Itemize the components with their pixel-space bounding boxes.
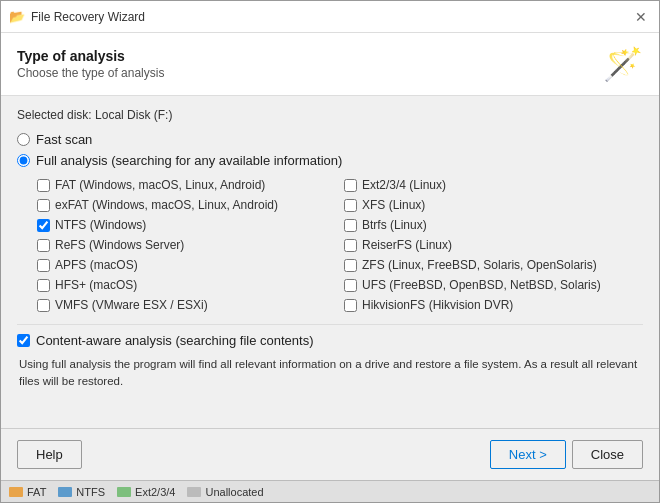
fs-checkbox-reiserfs[interactable] [344,239,357,252]
fs-checkbox-btrfs[interactable] [344,219,357,232]
full-analysis-section: Full analysis (searching for any availab… [17,153,643,314]
info-text: Using full analysis the program will fin… [17,356,643,391]
fs-label-ufs: UFS (FreeBSD, OpenBSD, NetBSD, Solaris) [362,278,601,292]
footer: Help Next > Close [1,428,659,480]
fs-label-xfs: XFS (Linux) [362,198,425,212]
fs-checkbox-vmfs[interactable] [37,299,50,312]
legend-label-unallocated: Unallocated [205,486,263,498]
fs-label-hfsplus: HFS+ (macOS) [55,278,137,292]
full-analysis-label: Full analysis (searching for any availab… [36,153,342,168]
fs-item-vmfs[interactable]: VMFS (VMware ESX / ESXi) [37,296,336,314]
fs-checkbox-zfs[interactable] [344,259,357,272]
fs-item-reiserfs[interactable]: ReiserFS (Linux) [344,236,643,254]
fs-item-exfat[interactable]: exFAT (Windows, macOS, Linux, Android) [37,196,336,214]
header-text: Type of analysis Choose the type of anal… [17,48,164,80]
header-section: Type of analysis Choose the type of anal… [1,33,659,96]
filesystem-grid: FAT (Windows, macOS, Linux, Android)Ext2… [37,176,643,314]
fs-item-ntfs[interactable]: NTFS (Windows) [37,216,336,234]
next-button[interactable]: Next > [490,440,566,469]
window-title: File Recovery Wizard [31,10,631,24]
legend-label-ntfs: NTFS [76,486,105,498]
fs-checkbox-xfs[interactable] [344,199,357,212]
fast-scan-label: Fast scan [36,132,92,147]
fs-item-hikvision[interactable]: HikvisionFS (Hikvision DVR) [344,296,643,314]
fs-label-btrfs: Btrfs (Linux) [362,218,427,232]
legend-label-ext2/3/4: Ext2/3/4 [135,486,175,498]
close-button[interactable]: Close [572,440,643,469]
fs-item-fat[interactable]: FAT (Windows, macOS, Linux, Android) [37,176,336,194]
statusbar-item-unallocated: Unallocated [187,486,263,498]
fs-label-ext234: Ext2/3/4 (Linux) [362,178,446,192]
content-aware-checkbox[interactable] [17,334,30,347]
fs-checkbox-fat[interactable] [37,179,50,192]
divider [17,324,643,325]
content-aware-option[interactable]: Content-aware analysis (searching file c… [17,333,643,348]
fs-checkbox-exfat[interactable] [37,199,50,212]
fs-item-refs[interactable]: ReFS (Windows Server) [37,236,336,254]
close-window-button[interactable]: ✕ [631,7,651,27]
fs-checkbox-apfs[interactable] [37,259,50,272]
legend-color-ext2/3/4 [117,487,131,497]
legend-color-fat [9,487,23,497]
help-button[interactable]: Help [17,440,82,469]
legend-color-unallocated [187,487,201,497]
content-aware-label: Content-aware analysis (searching file c… [36,333,313,348]
fs-label-zfs: ZFS (Linux, FreeBSD, Solaris, OpenSolari… [362,258,597,272]
wizard-icon: 🪄 [603,45,643,83]
fs-item-btrfs[interactable]: Btrfs (Linux) [344,216,643,234]
fs-label-refs: ReFS (Windows Server) [55,238,184,252]
page-title: Type of analysis [17,48,164,64]
legend-color-ntfs [58,487,72,497]
fs-checkbox-ext234[interactable] [344,179,357,192]
window: 📂 File Recovery Wizard ✕ Type of analysi… [0,0,660,503]
full-analysis-radio[interactable] [17,154,30,167]
footer-right: Next > Close [490,440,643,469]
statusbar: FATNTFSExt2/3/4Unallocated [1,480,659,502]
full-analysis-option[interactable]: Full analysis (searching for any availab… [17,153,643,168]
app-icon: 📂 [9,9,25,25]
fs-label-fat: FAT (Windows, macOS, Linux, Android) [55,178,265,192]
fast-scan-radio[interactable] [17,133,30,146]
fs-item-apfs[interactable]: APFS (macOS) [37,256,336,274]
selected-disk-label: Selected disk: Local Disk (F:) [17,108,643,122]
statusbar-item-fat: FAT [9,486,46,498]
fs-item-ufs[interactable]: UFS (FreeBSD, OpenBSD, NetBSD, Solaris) [344,276,643,294]
fs-checkbox-ufs[interactable] [344,279,357,292]
statusbar-item-ntfs: NTFS [58,486,105,498]
fs-item-ext234[interactable]: Ext2/3/4 (Linux) [344,176,643,194]
statusbar-item-ext2/3/4: Ext2/3/4 [117,486,175,498]
fs-checkbox-refs[interactable] [37,239,50,252]
fs-label-exfat: exFAT (Windows, macOS, Linux, Android) [55,198,278,212]
fs-checkbox-hikvision[interactable] [344,299,357,312]
legend-label-fat: FAT [27,486,46,498]
fs-item-zfs[interactable]: ZFS (Linux, FreeBSD, Solaris, OpenSolari… [344,256,643,274]
fs-label-vmfs: VMFS (VMware ESX / ESXi) [55,298,208,312]
fs-item-hfsplus[interactable]: HFS+ (macOS) [37,276,336,294]
fs-checkbox-hfsplus[interactable] [37,279,50,292]
fs-checkbox-ntfs[interactable] [37,219,50,232]
fs-label-ntfs: NTFS (Windows) [55,218,146,232]
fast-scan-option[interactable]: Fast scan [17,132,643,147]
titlebar: 📂 File Recovery Wizard ✕ [1,1,659,33]
page-subtitle: Choose the type of analysis [17,66,164,80]
fs-label-hikvision: HikvisionFS (Hikvision DVR) [362,298,513,312]
fs-label-apfs: APFS (macOS) [55,258,138,272]
fs-label-reiserfs: ReiserFS (Linux) [362,238,452,252]
fs-item-xfs[interactable]: XFS (Linux) [344,196,643,214]
content-area: Selected disk: Local Disk (F:) Fast scan… [1,96,659,428]
footer-left: Help [17,440,82,469]
